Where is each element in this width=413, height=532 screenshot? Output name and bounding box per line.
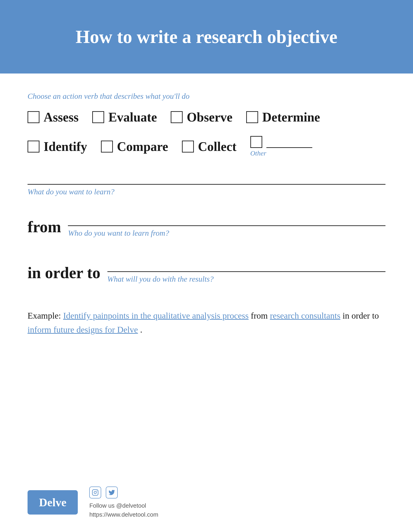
inorderto-line-wrap: What will you do with the results? bbox=[107, 258, 385, 284]
checkbox-collect-box[interactable] bbox=[182, 141, 194, 152]
checkbox-identify[interactable]: Identify bbox=[28, 139, 87, 154]
checkbox-collect[interactable]: Collect bbox=[182, 139, 237, 154]
page-title: How to write a research objective bbox=[30, 26, 383, 48]
checkbox-compare-box[interactable] bbox=[101, 141, 113, 152]
example-middle: from bbox=[251, 311, 270, 320]
other-item[interactable]: Other bbox=[250, 136, 312, 157]
checkbox-compare-label: Compare bbox=[117, 139, 168, 154]
page-header: How to write a research objective bbox=[0, 0, 413, 74]
inorderto-label: in order to bbox=[28, 264, 101, 284]
example-prefix: Example: bbox=[28, 311, 63, 320]
who-learn-label: Who do you want to learn from? bbox=[68, 229, 385, 238]
other-line-row bbox=[250, 136, 312, 148]
checkbox-assess-box[interactable] bbox=[28, 111, 39, 123]
checkbox-determine-box[interactable] bbox=[246, 111, 258, 123]
inorderto-write-line bbox=[107, 258, 385, 272]
social-icons bbox=[89, 486, 158, 498]
checkboxes-row-1: Assess Evaluate Observe Determine bbox=[28, 110, 385, 124]
example-suffix: . bbox=[140, 325, 142, 334]
learn-line-label: What do you want to learn? bbox=[28, 187, 385, 196]
checkbox-determine-label: Determine bbox=[262, 110, 320, 124]
footer: Delve Follow us @delvetool https://www.d… bbox=[28, 486, 158, 518]
checkbox-compare[interactable]: Compare bbox=[101, 139, 168, 154]
example-text: Example: Identify painpoints in the qual… bbox=[28, 309, 385, 337]
checkbox-other-box[interactable] bbox=[250, 136, 262, 148]
other-label: Other bbox=[250, 149, 266, 157]
checkbox-determine[interactable]: Determine bbox=[246, 110, 320, 124]
inorderto-row: in order to What will you do with the re… bbox=[28, 258, 385, 284]
from-write-line bbox=[68, 212, 385, 226]
from-line-wrap: Who do you want to learn from? bbox=[68, 212, 385, 238]
twitter-icon[interactable] bbox=[106, 486, 118, 498]
example-link2[interactable]: research consultants bbox=[270, 311, 340, 320]
svg-point-2 bbox=[97, 491, 97, 491]
results-label: What will you do with the results? bbox=[107, 275, 385, 284]
checkboxes-row-2: Identify Compare Collect Other bbox=[28, 136, 385, 157]
svg-rect-0 bbox=[92, 490, 98, 495]
website-text: https://www.delvetool.com bbox=[89, 511, 158, 518]
checkbox-evaluate-label: Evaluate bbox=[108, 110, 157, 124]
section2: What do you want to learn? bbox=[28, 171, 385, 196]
checkbox-observe-label: Observe bbox=[187, 110, 232, 124]
checkbox-observe[interactable]: Observe bbox=[171, 110, 232, 124]
learn-line-container bbox=[28, 171, 385, 185]
example-link3[interactable]: inform future designs for Delve bbox=[28, 325, 138, 334]
checkbox-identify-box[interactable] bbox=[28, 141, 39, 152]
other-underline bbox=[266, 136, 312, 148]
instagram-icon[interactable] bbox=[89, 486, 101, 498]
example-link1[interactable]: Identify painpoints in the qualitative a… bbox=[63, 311, 248, 320]
checkbox-collect-label: Collect bbox=[198, 139, 237, 154]
svg-point-1 bbox=[94, 491, 96, 494]
checkbox-assess-label: Assess bbox=[44, 110, 78, 124]
checkbox-observe-box[interactable] bbox=[171, 111, 183, 123]
example-section: Example: Identify painpoints in the qual… bbox=[28, 309, 385, 337]
from-label: from bbox=[28, 218, 61, 238]
follow-text: Follow us @delvetool bbox=[89, 502, 158, 509]
checkbox-evaluate-box[interactable] bbox=[92, 111, 104, 123]
learn-write-line bbox=[28, 171, 385, 185]
checkbox-identify-label: Identify bbox=[44, 139, 87, 154]
from-row: from Who do you want to learn from? bbox=[28, 212, 385, 238]
section1-label: Choose an action verb that describes wha… bbox=[28, 92, 385, 101]
example-middle2: in order to bbox=[343, 311, 379, 320]
delve-button[interactable]: Delve bbox=[28, 490, 78, 514]
social-section: Follow us @delvetool https://www.delveto… bbox=[89, 486, 158, 518]
main-content: Choose an action verb that describes wha… bbox=[0, 74, 413, 351]
checkbox-assess[interactable]: Assess bbox=[28, 110, 78, 124]
checkbox-evaluate[interactable]: Evaluate bbox=[92, 110, 157, 124]
